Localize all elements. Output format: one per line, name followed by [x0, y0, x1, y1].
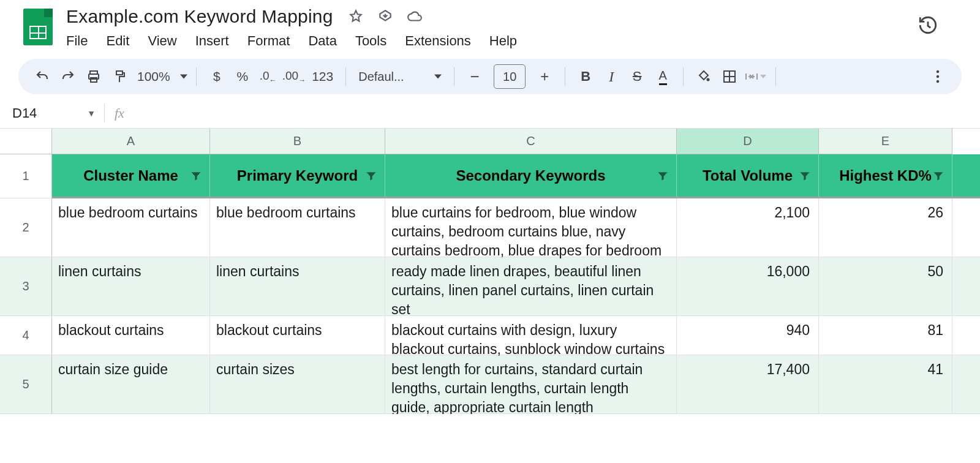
sheets-logo-icon — [23, 9, 53, 45]
filter-icon[interactable] — [799, 170, 811, 182]
table-row: linen curtains linen curtains ready made… — [52, 257, 980, 316]
font-dropdown[interactable]: Defaul... — [355, 70, 445, 84]
menu-extensions[interactable]: Extensions — [405, 33, 471, 49]
decrease-decimal-button[interactable]: .0← — [257, 66, 280, 88]
cell-kd[interactable]: 50 — [819, 257, 952, 315]
table-header-row: Cluster Name Primary Keyword Secondary K… — [52, 154, 980, 198]
star-icon[interactable] — [348, 9, 364, 24]
cell-kd[interactable]: 81 — [819, 316, 952, 355]
select-all-corner[interactable] — [0, 129, 52, 154]
font-size-input[interactable]: 10 — [494, 64, 526, 89]
menu-file[interactable]: File — [66, 33, 88, 49]
cell-secondary[interactable]: ready made linen drapes, beautiful linen… — [385, 257, 677, 315]
more-toolbar-button[interactable] — [926, 66, 949, 88]
move-folder-icon[interactable] — [377, 9, 393, 24]
caret-down-icon — [180, 73, 187, 80]
svg-point-5 — [937, 70, 939, 73]
caret-down-icon — [434, 73, 442, 80]
header-highest-kd[interactable]: Highest KD% — [819, 154, 952, 197]
cell-kd[interactable]: 41 — [819, 355, 952, 413]
table-row: blackout curtains blackout curtains blac… — [52, 316, 980, 355]
table-row: curtain size guide curtain sizes best le… — [52, 355, 980, 414]
toolbar: 100% $ % .0← .00→ 123 Defaul... − 10 + B… — [18, 59, 962, 94]
borders-button[interactable] — [718, 66, 741, 88]
app-header: Example.com Keyword Mapping File Edit Vi… — [0, 0, 980, 56]
header-total-volume[interactable]: Total Volume — [677, 154, 819, 197]
menu-view[interactable]: View — [148, 33, 176, 49]
merge-cells-button[interactable] — [744, 66, 767, 88]
cell-secondary[interactable]: best length for curtains, standard curta… — [385, 355, 677, 413]
row-header[interactable]: 1 — [0, 154, 52, 198]
menu-insert[interactable]: Insert — [195, 33, 229, 49]
header-cluster-name[interactable]: Cluster Name — [52, 154, 210, 197]
row-header[interactable]: 2 — [0, 198, 52, 257]
toolbar-container: 100% $ % .0← .00→ 123 Defaul... − 10 + B… — [0, 56, 980, 94]
undo-button[interactable] — [31, 66, 54, 88]
text-color-button[interactable]: A — [651, 66, 674, 88]
column-header-selected[interactable]: D — [677, 129, 819, 154]
header-secondary-keywords[interactable]: Secondary Keywords — [385, 154, 677, 197]
menu-tools[interactable]: Tools — [355, 33, 386, 49]
caret-down-icon: ▼ — [87, 108, 96, 118]
menu-data[interactable]: Data — [308, 33, 336, 49]
filter-icon[interactable] — [190, 170, 202, 182]
format-percent-button[interactable]: % — [231, 66, 254, 88]
fx-icon: fx — [105, 105, 124, 121]
increase-font-button[interactable]: + — [533, 66, 556, 88]
column-header[interactable]: E — [819, 129, 952, 154]
row-header-column: 1 2 3 4 5 — [0, 129, 52, 414]
formula-bar: D14 ▼ fx — [0, 98, 980, 129]
increase-decimal-button[interactable]: .00→ — [282, 66, 306, 88]
spreadsheet-grid: 1 2 3 4 5 A B C D E Cluster Name Primary… — [0, 129, 980, 414]
column-header[interactable]: B — [210, 129, 385, 154]
cell-primary[interactable]: blue bedroom curtains — [210, 198, 385, 257]
filter-icon[interactable] — [932, 170, 944, 182]
decrease-font-button[interactable]: − — [463, 66, 486, 88]
menu-help[interactable]: Help — [489, 33, 517, 49]
cell-cluster[interactable]: curtain size guide — [52, 355, 210, 413]
paint-format-button[interactable] — [108, 66, 131, 88]
cell-volume[interactable]: 940 — [677, 316, 819, 355]
cell-primary[interactable]: curtain sizes — [210, 355, 385, 413]
row-header[interactable]: 5 — [0, 355, 52, 414]
cell-volume[interactable]: 17,400 — [677, 355, 819, 413]
format-currency-button[interactable]: $ — [205, 66, 228, 88]
version-history-icon[interactable] — [918, 6, 969, 36]
redo-button[interactable] — [56, 66, 80, 88]
fill-color-button[interactable] — [692, 66, 715, 88]
title-bar: Example.com Keyword Mapping File Edit Vi… — [66, 6, 918, 54]
column-header[interactable]: A — [52, 129, 210, 154]
svg-point-7 — [937, 80, 939, 83]
cell-cluster[interactable]: blue bedroom curtains — [52, 198, 210, 257]
cell-kd[interactable]: 26 — [819, 198, 952, 257]
menu-format[interactable]: Format — [247, 33, 290, 49]
format-number-button[interactable]: 123 — [308, 66, 337, 88]
svg-point-3 — [707, 78, 710, 81]
row-header[interactable]: 4 — [0, 316, 52, 355]
cell-primary[interactable]: linen curtains — [210, 257, 385, 315]
name-box[interactable]: D14 ▼ — [0, 105, 104, 121]
print-button[interactable] — [82, 66, 105, 88]
zoom-value: 100% — [134, 69, 174, 84]
filter-icon[interactable] — [657, 170, 669, 182]
strikethrough-button[interactable]: S — [625, 66, 649, 88]
cell-cluster[interactable]: linen curtains — [52, 257, 210, 315]
row-header[interactable]: 3 — [0, 257, 52, 316]
menu-bar: File Edit View Insert Format Data Tools … — [66, 27, 918, 54]
cell-cluster[interactable]: blackout curtains — [52, 316, 210, 355]
menu-edit[interactable]: Edit — [106, 33, 129, 49]
cell-volume[interactable]: 16,000 — [677, 257, 819, 315]
cell-secondary[interactable]: blackout curtains with design, luxury bl… — [385, 316, 677, 355]
cell-primary[interactable]: blackout curtains — [210, 316, 385, 355]
document-title[interactable]: Example.com Keyword Mapping — [66, 6, 333, 27]
header-primary-keyword[interactable]: Primary Keyword — [210, 154, 385, 197]
svg-point-6 — [937, 75, 939, 78]
column-header[interactable]: C — [385, 129, 677, 154]
cell-secondary[interactable]: blue curtains for bedroom, blue window c… — [385, 198, 677, 257]
cloud-status-icon[interactable] — [407, 9, 423, 24]
filter-icon[interactable] — [365, 170, 377, 182]
cell-volume[interactable]: 2,100 — [677, 198, 819, 257]
bold-button[interactable]: B — [574, 66, 597, 88]
zoom-dropdown[interactable]: 100% — [134, 69, 187, 84]
italic-button[interactable]: I — [600, 66, 623, 88]
